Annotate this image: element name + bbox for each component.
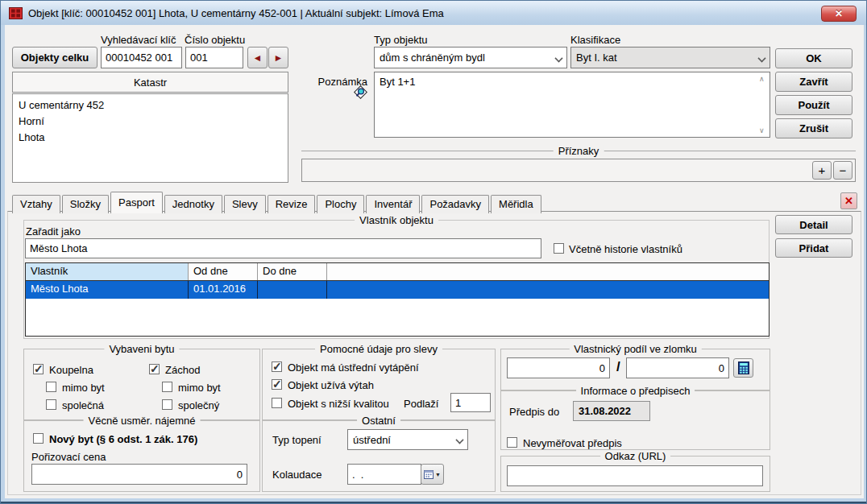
search-key-label: Vyhledávací klíč: [101, 34, 176, 46]
plus-icon: +: [819, 163, 826, 177]
odkaz-url-input[interactable]: [507, 465, 763, 486]
klasifikace-select[interactable]: Byt I. kat: [570, 47, 770, 68]
historie-vlastniku-label: Včetně historie vlastníků: [569, 243, 682, 255]
tab-jednotky[interactable]: Jednotky: [164, 195, 222, 213]
cell-do-dne[interactable]: [258, 281, 327, 299]
scroll-up-icon[interactable]: ∧: [759, 75, 765, 83]
tab-pasport[interactable]: Pasport: [110, 192, 163, 213]
dropdown-arrow-icon: ▼: [435, 472, 441, 477]
predpis-do-value: 31.08.2022: [573, 401, 650, 421]
koupelna-mimo-byt-checkbox[interactable]: [46, 382, 56, 392]
priznaky-add-button[interactable]: +: [812, 161, 832, 180]
podil-jmenovatel-input[interactable]: [626, 357, 729, 378]
poznamka-textarea[interactable]: Byt 1+1: [374, 72, 770, 138]
search-key-input[interactable]: [101, 47, 182, 68]
table-row-selected[interactable]: Město Lhota 01.01.2016: [26, 281, 769, 299]
pouzit-button[interactable]: Použít: [775, 95, 852, 115]
porizovaci-cena-input[interactable]: [31, 464, 247, 485]
zachod-checkbox[interactable]: [149, 364, 160, 374]
objekt-dialog-window: Objekt [klíč: 00010452 001] Lhota, U cem…: [0, 0, 867, 504]
priznaky-remove-button[interactable]: −: [833, 161, 852, 180]
chevron-down-icon: [456, 436, 463, 443]
ok-button[interactable]: OK: [775, 48, 852, 68]
close-icon: ✕: [844, 195, 853, 207]
koupelna-checkbox[interactable]: [33, 364, 44, 374]
vybaveni-bytu-group-label: Vybaveni bytu: [104, 343, 179, 355]
tab-vztahy[interactable]: Vztahy: [12, 195, 60, 213]
zachod-mimo-byt-checkbox[interactable]: [162, 382, 172, 392]
katastr-list-item[interactable]: U cementárny 452: [19, 97, 282, 114]
tabbar: Vztahy Složky Pasport Jednotky Slevy Rev…: [12, 192, 543, 213]
novy-byt-checkbox[interactable]: [33, 433, 44, 444]
katastr-list-item[interactable]: Lhota: [19, 130, 282, 146]
novy-byt-label: Nový byt (§ 6 odst. 1 zák. 176): [49, 433, 197, 445]
podil-group-label: Vlastnický podíl ve zlomku: [569, 343, 701, 355]
tab-close-button[interactable]: ✕: [840, 192, 857, 209]
objekty-celku-button[interactable]: Objekty celku: [12, 47, 97, 68]
tab-slevy[interactable]: Slevy: [224, 195, 266, 213]
app-icon: [9, 7, 23, 19]
najemne-group-label: Věcně usměr. nájemné: [84, 415, 201, 427]
klasifikace-value: Byt I. kat: [576, 52, 617, 64]
tab-revize[interactable]: Revize: [268, 195, 316, 213]
tab-slozky[interactable]: Složky: [62, 195, 109, 213]
window-close-button[interactable]: ✕: [821, 6, 857, 22]
column-header-vlastnik[interactable]: Vlastník: [26, 263, 189, 280]
spolecna-label: společná: [62, 399, 104, 411]
cell-od-dne[interactable]: 01.01.2016: [189, 281, 258, 299]
koupelna-label: Koupelna: [49, 364, 93, 376]
next-arrow-icon: ►: [274, 52, 284, 64]
spolecny-checkbox[interactable]: [162, 399, 172, 410]
zaradit-jako-input[interactable]: [25, 238, 541, 258]
historie-vlastniku-checkbox[interactable]: [554, 243, 564, 254]
chevron-down-icon: [758, 55, 765, 61]
priznaky-list[interactable]: [301, 159, 856, 182]
column-header-do-dne[interactable]: Do dne: [258, 263, 327, 280]
object-number-input[interactable]: [185, 47, 243, 68]
katastr-header: Katastr: [12, 72, 288, 93]
nizsi-kvalita-label: Objekt s nižší kvalitou: [288, 398, 389, 410]
next-object-button[interactable]: ►: [268, 47, 288, 68]
nevymerovat-predpis-checkbox[interactable]: [507, 437, 517, 448]
typ-topeni-select[interactable]: ústřední: [347, 429, 468, 450]
zavrit-button[interactable]: Zavřít: [775, 72, 852, 92]
calculator-button[interactable]: [733, 358, 753, 378]
tab-plochy[interactable]: Plochy: [317, 195, 364, 213]
katastr-list[interactable]: U cementárny 452 Horní Lhota: [12, 93, 288, 183]
scroll-down-icon[interactable]: ∨: [759, 126, 765, 134]
kolaudace-datepicker-button[interactable]: ▼: [421, 464, 444, 485]
magnifier-icon[interactable]: [353, 85, 369, 103]
podil-citatel-input[interactable]: [507, 357, 610, 378]
tab-pozadavky[interactable]: Požadavky: [421, 195, 489, 213]
priznaky-group: Příznaky: [301, 151, 856, 151]
vytah-checkbox[interactable]: [272, 379, 282, 390]
prev-object-button[interactable]: ◄: [247, 47, 268, 68]
titlebar: Objekt [klíč: 00010452 001] Lhota, U cem…: [1, 1, 867, 25]
minus-icon: −: [840, 163, 847, 177]
podlazi-input[interactable]: [450, 393, 491, 412]
pridat-button[interactable]: Přidat: [775, 238, 852, 258]
kolaudace-date-input[interactable]: [347, 464, 421, 485]
tab-inventar[interactable]: Inventář: [366, 195, 420, 213]
predpis-do-label: Předpis do: [509, 406, 559, 418]
cell-vlastnik[interactable]: Město Lhota: [26, 281, 189, 299]
odkaz-group-label: Odkaz (URL): [600, 450, 671, 462]
nizsi-kvalita-checkbox[interactable]: [272, 398, 282, 408]
typ-objektu-select[interactable]: dům s chráněným bydl: [374, 47, 567, 68]
vytah-label: Objekt užívá výtah: [288, 379, 374, 391]
spolecna-checkbox[interactable]: [46, 399, 56, 410]
ustredni-vytapeni-checkbox[interactable]: [272, 361, 282, 372]
calendar-icon: [424, 469, 434, 479]
column-header-od-dne[interactable]: Od dne: [189, 263, 258, 280]
katastr-list-item[interactable]: Horní: [19, 114, 282, 130]
klasifikace-label: Klasifikace: [570, 34, 620, 46]
owners-table: Vlastník Od dne Do dne Město Lhota 01.01…: [25, 262, 770, 337]
zrusit-button[interactable]: Zrušit: [775, 118, 852, 138]
calculator-icon: [738, 361, 749, 374]
prev-arrow-icon: ◄: [253, 52, 263, 64]
slevy-group-label: Pomocné údaje pro slevy: [315, 343, 442, 355]
typ-objektu-value: dům s chráněným bydl: [380, 52, 485, 64]
tab-meridla[interactable]: Měřidla: [491, 195, 541, 213]
typ-topeni-value: ústřední: [353, 434, 391, 446]
detail-button[interactable]: Detail: [775, 215, 852, 234]
